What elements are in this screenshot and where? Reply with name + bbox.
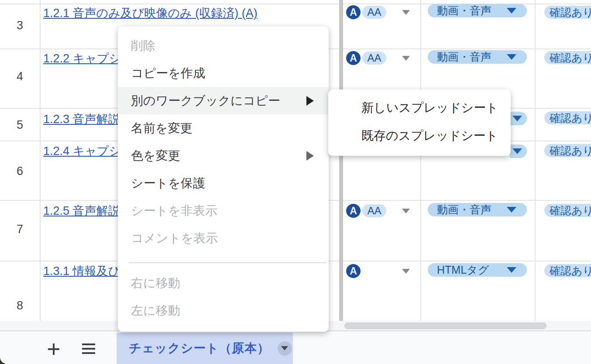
dropdown-arrow-icon <box>507 267 516 273</box>
menu-item-label: シートを保護 <box>131 175 205 192</box>
category-dropdown[interactable]: 動画・音声 <box>428 203 527 216</box>
chevron-down-icon[interactable] <box>402 10 410 15</box>
check-status-chip[interactable]: 確認あり <box>544 6 591 19</box>
cell-link-1-2-1[interactable]: 1.2.1 音声のみ及び映像のみ (収録済) (A) <box>43 6 258 20</box>
category-dropdown[interactable]: 動画・音声 <box>428 50 527 64</box>
menu-item-label: 名前を変更 <box>131 120 192 137</box>
grid-line <box>420 0 421 321</box>
check-status-value: 確認あり <box>550 203 591 218</box>
level-a-badge: A <box>346 51 361 65</box>
check-status-chip[interactable]: 確認あり <box>544 204 591 217</box>
level-aa-badge: AA <box>362 52 386 65</box>
menu-item-protect-sheet[interactable]: シートを保護 <box>118 169 329 197</box>
menu-item-label: 削除 <box>131 38 155 54</box>
chevron-down-icon[interactable] <box>402 209 410 213</box>
submenu-arrow-icon <box>306 151 314 161</box>
cell-link-1-3-1[interactable]: 1.3.1 情報及び <box>43 264 120 278</box>
all-sheets-menu-button[interactable] <box>82 343 95 354</box>
check-status-value: 確認あり <box>550 111 591 125</box>
spreadsheet-app: 3 4 5 6 7 8 1.2.1 音声のみ及び映像のみ (収録済) (A) 1… <box>0 0 591 364</box>
check-status-chip[interactable]: 確認あり <box>544 144 591 157</box>
menu-item-label: 右に移動 <box>131 275 180 292</box>
chevron-down-icon[interactable] <box>402 56 410 61</box>
menu-item-hide-sheet[interactable]: シートを非表示 <box>118 197 329 224</box>
menu-item-move-left[interactable]: 左に移動 <box>118 297 329 324</box>
dropdown-arrow-icon <box>507 8 516 14</box>
category-value: 動画・音声 <box>437 50 491 64</box>
cell-link-1-2-2[interactable]: 1.2.2 キャプシ <box>43 52 121 65</box>
category-value: 動画・音声 <box>437 3 491 18</box>
dropdown-arrow-icon <box>507 207 516 213</box>
check-status-value: 確認あり <box>550 144 591 158</box>
dropdown-arrow-icon <box>512 148 522 154</box>
category-dropdown[interactable]: 動画・音声 <box>428 4 527 17</box>
menu-item-label: シートを非表示 <box>131 203 217 219</box>
row-header-7[interactable]: 7 <box>0 223 40 236</box>
sheet-tab-menu-button[interactable] <box>278 341 292 356</box>
submenu-item-new-spreadsheet[interactable]: 新しいスプレッドシート <box>328 94 511 122</box>
check-status-chip[interactable]: 確認あり <box>544 264 591 277</box>
menu-item-label: 左に移動 <box>131 302 180 319</box>
submenu-item-label: 既存のスプレッドシート <box>361 127 498 144</box>
menu-item-delete[interactable]: 削除 <box>118 32 329 59</box>
row-header-8[interactable]: 8 <box>0 299 40 312</box>
add-sheet-button[interactable] <box>48 343 59 355</box>
cell-link-1-2-5[interactable]: 1.2.5 音声解説 <box>43 204 120 218</box>
level-a-badge: A <box>346 204 361 218</box>
category-value: HTMLタグ <box>437 263 489 277</box>
level-aa-badge: AA <box>362 204 386 217</box>
menu-item-duplicate[interactable]: コピーを作成 <box>118 59 329 87</box>
submenu-arrow-icon <box>306 96 314 106</box>
level-a-badge: A <box>346 5 361 19</box>
menu-item-copy-to-workbook[interactable]: 別のワークブックにコピー <box>118 87 329 114</box>
horizontal-scrollbar[interactable] <box>344 323 546 329</box>
menu-item-label: コメントを表示 <box>131 230 218 247</box>
chevron-down-icon[interactable] <box>402 269 410 274</box>
check-status-chip[interactable]: 確認あり <box>544 51 591 64</box>
row-header-6[interactable]: 6 <box>0 165 40 178</box>
cell-link-1-2-4[interactable]: 1.2.4 キャプシ <box>43 144 121 158</box>
grid-line <box>535 0 536 321</box>
row-header-5[interactable]: 5 <box>0 118 40 131</box>
sheet-tab-active[interactable]: チェックシート（原本） <box>117 333 293 364</box>
check-status-value: 確認あり <box>550 51 591 65</box>
menu-item-show-comments[interactable]: コメントを表示 <box>118 224 329 252</box>
menu-item-label: 別のワークブックにコピー <box>131 93 280 109</box>
check-status-chip[interactable]: 確認あり <box>544 111 591 124</box>
menu-divider <box>129 262 326 263</box>
category-value: 動画・音声 <box>437 203 491 217</box>
row-header-4[interactable]: 4 <box>0 70 40 83</box>
row-header-3[interactable]: 3 <box>0 19 40 32</box>
chevron-down-icon <box>281 346 288 350</box>
menu-item-label: 色を変更 <box>131 148 180 164</box>
submenu-item-label: 新しいスプレッドシート <box>361 100 498 116</box>
menu-item-move-right[interactable]: 右に移動 <box>118 269 329 297</box>
menu-item-rename[interactable]: 名前を変更 <box>118 114 329 142</box>
category-dropdown[interactable]: HTMLタグ <box>428 263 527 277</box>
menu-item-change-color[interactable]: 色を変更 <box>118 142 329 169</box>
category-dropdown-fragment[interactable] <box>510 112 527 125</box>
dropdown-arrow-icon <box>507 54 516 60</box>
check-status-value: 確認あり <box>550 264 591 278</box>
submenu-item-existing-spreadsheet[interactable]: 既存のスプレッドシート <box>328 122 511 150</box>
category-dropdown-fragment[interactable] <box>510 144 527 158</box>
sheet-context-menu: 削除 コピーを作成 別のワークブックにコピー 名前を変更 色を変更 シートを保護… <box>118 26 329 332</box>
cell-link-1-2-3[interactable]: 1.2.3 音声解説 <box>43 112 120 126</box>
copy-to-workbook-submenu: 新しいスプレッドシート 既存のスプレッドシート <box>328 89 511 156</box>
menu-item-label: コピーを作成 <box>131 65 205 82</box>
grid-line <box>40 0 41 330</box>
dropdown-arrow-icon <box>512 116 522 121</box>
frozen-pane-divider[interactable] <box>339 0 343 321</box>
level-aa-badge: AA <box>362 6 386 19</box>
level-a-badge: A <box>346 264 361 278</box>
check-status-value: 確認あり <box>550 5 591 20</box>
sheet-tab-label: チェックシート（原本） <box>117 340 270 357</box>
